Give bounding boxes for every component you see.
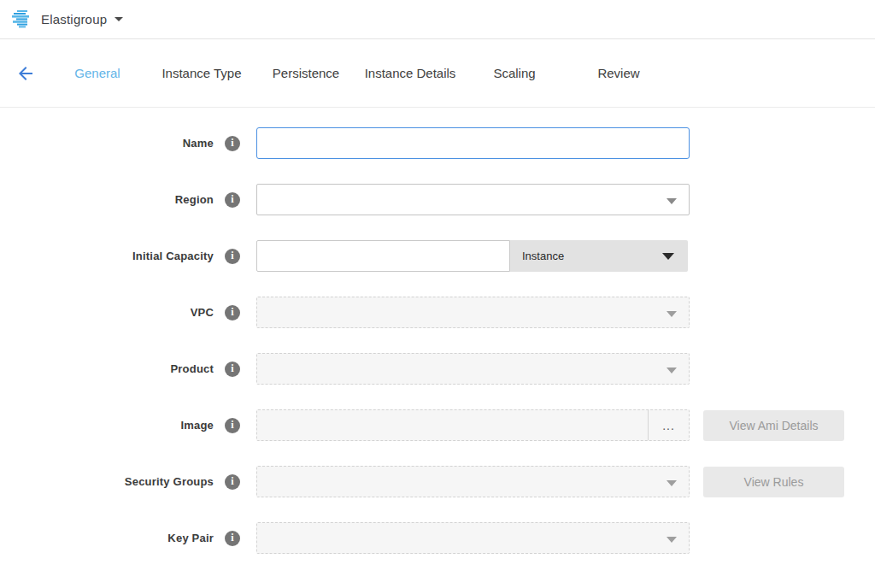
caret-down-icon [115, 17, 123, 21]
info-icon[interactable]: i [225, 531, 240, 546]
caret-down-icon [662, 253, 674, 260]
view-rules-button: View Rules [703, 467, 844, 497]
vpc-label: VPC [191, 306, 214, 319]
capacity-unit-value: Instance [522, 250, 564, 262]
info-icon[interactable]: i [225, 305, 240, 320]
security-groups-row: Security Groups i View Rules [0, 466, 875, 497]
region-label: Region [175, 193, 214, 206]
view-ami-details-button: View Ami Details [703, 410, 844, 441]
arrow-left-icon [19, 67, 32, 80]
caret-down-icon [667, 198, 677, 204]
app-switcher-menu[interactable]: Elastigroup [41, 12, 123, 26]
info-icon[interactable]: i [225, 362, 240, 377]
app-name: Elastigroup [41, 12, 107, 26]
caret-down-icon [667, 311, 677, 317]
product-row: Product i [0, 353, 875, 385]
vpc-select [256, 297, 690, 328]
elastigroup-logo-icon [12, 10, 32, 28]
caret-down-icon [667, 368, 677, 373]
tab-general[interactable]: General [45, 66, 150, 80]
image-label: Image [180, 419, 214, 432]
info-icon[interactable]: i [225, 249, 240, 264]
tab-persistence[interactable]: Persistence [254, 66, 358, 80]
security-groups-select [256, 466, 690, 497]
image-row: Image i ... View Ami Details [0, 409, 875, 441]
product-select [256, 353, 690, 385]
top-bar: Elastigroup [0, 0, 875, 39]
wizard-tabs: General Instance Type Persistence Instan… [45, 66, 671, 80]
tab-review[interactable]: Review [567, 66, 671, 80]
info-icon[interactable]: i [225, 418, 240, 433]
wizard-tab-bar: General Instance Type Persistence Instan… [0, 39, 875, 108]
initial-capacity-row: Initial Capacity i Instance [0, 240, 875, 272]
caret-down-icon [667, 537, 677, 543]
browse-image-button: ... [648, 410, 689, 440]
general-settings-form: Name i Region i Initial Capacity i Inst [0, 108, 875, 554]
key-pair-row: Key Pair i [0, 522, 875, 554]
initial-capacity-input[interactable] [256, 240, 510, 272]
info-icon[interactable]: i [225, 136, 240, 151]
security-groups-label: Security Groups [125, 475, 214, 488]
back-button[interactable] [15, 63, 36, 84]
image-input: ... [256, 409, 690, 441]
product-label: Product [170, 362, 214, 375]
vpc-row: VPC i [0, 297, 875, 328]
initial-capacity-label: Initial Capacity [132, 250, 214, 262]
name-input[interactable] [256, 127, 690, 159]
info-icon[interactable]: i [225, 474, 240, 490]
capacity-unit-select[interactable]: Instance [510, 240, 688, 272]
region-select[interactable] [256, 184, 690, 215]
name-row: Name i [0, 127, 875, 159]
tab-instance-details[interactable]: Instance Details [358, 66, 462, 80]
name-label: Name [183, 137, 214, 150]
key-pair-select [256, 522, 690, 554]
tab-instance-type[interactable]: Instance Type [150, 66, 254, 80]
region-row: Region i [0, 184, 875, 215]
tab-scaling[interactable]: Scaling [462, 66, 567, 80]
caret-down-icon [667, 480, 677, 486]
image-input-value [257, 410, 648, 440]
info-icon[interactable]: i [225, 192, 240, 208]
key-pair-label: Key Pair [167, 532, 214, 544]
